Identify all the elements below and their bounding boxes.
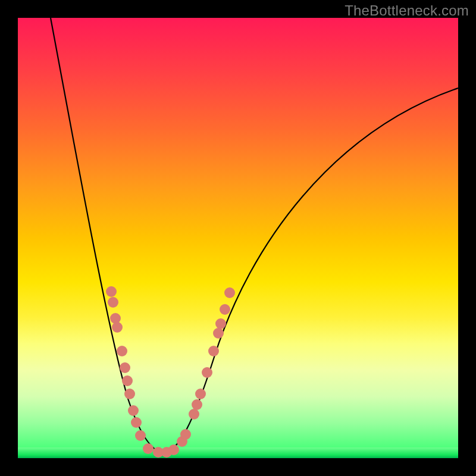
data-marker: [215, 318, 226, 329]
data-marker: [131, 417, 142, 428]
data-marker: [213, 328, 224, 339]
data-marker: [108, 297, 118, 308]
data-marker: [112, 322, 123, 333]
data-marker: [208, 346, 219, 356]
watermark-text: TheBottleneck.com: [345, 2, 469, 19]
plot-area: [18, 18, 458, 458]
data-marker: [110, 313, 121, 324]
marker-group: [106, 286, 235, 458]
data-marker: [220, 304, 230, 315]
data-marker: [224, 287, 235, 298]
data-marker: [180, 429, 191, 440]
data-marker: [124, 389, 135, 399]
data-marker: [106, 286, 117, 297]
data-marker: [135, 430, 146, 441]
data-marker: [117, 346, 127, 356]
data-marker: [122, 375, 133, 386]
data-marker: [192, 399, 202, 410]
data-marker: [168, 444, 179, 455]
right-curve: [164, 88, 458, 452]
data-marker: [120, 362, 130, 373]
data-marker: [143, 443, 154, 454]
data-marker: [189, 409, 199, 419]
data-marker: [195, 389, 206, 399]
curve-group: [51, 18, 458, 452]
data-marker: [128, 405, 139, 416]
left-curve: [51, 18, 164, 452]
data-marker: [202, 367, 212, 378]
chart-svg: [18, 18, 458, 458]
